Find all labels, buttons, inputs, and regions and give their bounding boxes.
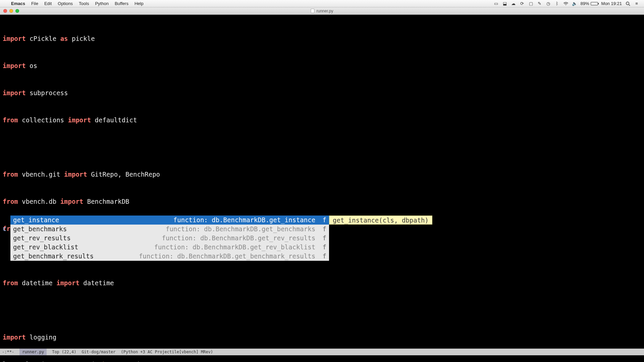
candidate-detail: function: db.BenchmarkDB.get_rev_blackli… [154, 243, 326, 252]
clock[interactable]: Mon 19:21 [601, 1, 622, 6]
modeline-position: Top (22,4) [52, 349, 76, 355]
kw-import: import [68, 116, 91, 124]
menu-python[interactable]: Python [92, 1, 111, 6]
close-window-button[interactable] [3, 9, 7, 13]
mod: logging [30, 334, 56, 341]
screen-share-icon[interactable]: ▭ [493, 1, 499, 6]
names: BenchmarkDB [87, 198, 129, 205]
expr: = logging.getLogger( [14, 361, 95, 362]
mod: collections [22, 116, 64, 124]
timemachine-icon[interactable]: ◷ [546, 1, 551, 6]
candidate-name: get_instance [13, 216, 59, 225]
kw-from: from [3, 116, 18, 124]
cloud-icon[interactable]: ☁ [511, 1, 516, 6]
menu-help[interactable]: Help [131, 1, 147, 6]
kw-from: from [3, 171, 18, 178]
modeline-vc: Git-dog/master [82, 349, 115, 355]
mod: datetime [22, 279, 53, 287]
wifi-icon[interactable] [563, 1, 569, 6]
autocomplete-list: get_instancefunction: db.BenchmarkDB.get… [10, 216, 329, 261]
autocomplete-item[interactable]: get_benchmarksfunction: db.BenchmarkDB.g… [10, 225, 329, 234]
modeline-buffer[interactable]: runner.py [19, 349, 47, 355]
app-name[interactable]: Emacs [8, 1, 28, 6]
menu-options[interactable]: Options [55, 1, 76, 6]
key-icon[interactable]: ✎ [537, 1, 542, 6]
zoom-window-button[interactable] [15, 9, 19, 13]
svg-line-1 [629, 4, 630, 6]
names: defaultdict [95, 116, 137, 124]
svg-point-0 [626, 2, 629, 4]
candidate-detail: function: db.BenchmarkDB.get_benchmark_r… [139, 252, 326, 261]
candidate-name: get_benchmarks [13, 225, 67, 234]
document-icon [311, 9, 314, 13]
names: datetime [83, 279, 114, 287]
mod: subprocess [30, 89, 68, 97]
mod: vbench.git [22, 171, 60, 178]
modeline-status: -:**- [2, 349, 14, 355]
signature-tooltip: get_instance(cls, dbpath) [329, 216, 432, 225]
emacs-modeline: -:**- runner.py Top (22,4) Git-dog/maste… [0, 349, 644, 355]
minimize-window-button[interactable] [9, 9, 13, 13]
code-fragment-behind-popup: c [3, 224, 6, 233]
autocomplete-item[interactable]: get_benchmark_resultsfunction: db.Benchm… [10, 252, 329, 261]
modeline-modes: (Python +3 AC Projectile[vbench] MRev) [121, 349, 213, 355]
autocomplete-item[interactable]: get_instancefunction: db.BenchmarkDB.get… [10, 216, 329, 225]
menu-file[interactable]: File [28, 1, 41, 6]
volume-icon[interactable]: 🔈 [572, 1, 577, 6]
menu-tools[interactable]: Tools [76, 1, 92, 6]
kw-import: import [56, 279, 79, 287]
battery-status[interactable]: 89% [581, 1, 598, 6]
mod: cPickle [30, 35, 56, 42]
kw-import: import [64, 171, 87, 178]
kw-import: import [60, 198, 84, 205]
candidate-name: get_benchmark_results [13, 252, 94, 261]
kw-as: as [60, 35, 68, 42]
menu-edit[interactable]: Edit [41, 1, 55, 6]
candidate-detail: function: db.BenchmarkDB.get_rev_results… [162, 234, 326, 243]
editor-area[interactable]: import cPickle as pickle import os impor… [0, 15, 644, 355]
mac-menubar: Emacs File Edit Options Tools Python Buf… [0, 0, 644, 7]
autocomplete-popup: get_instancefunction: db.BenchmarkDB.get… [10, 216, 432, 261]
notifications-icon[interactable]: ≡ [634, 1, 639, 6]
kw-import: import [3, 62, 26, 69]
menu-buffers[interactable]: Buffers [112, 1, 131, 6]
dropbox-icon[interactable]: ⬓ [502, 1, 507, 6]
var: log [3, 361, 14, 362]
kw-from: from [3, 279, 18, 287]
window-titlebar: runner.py [0, 7, 644, 15]
battery-icon [591, 2, 598, 5]
bluetooth-icon[interactable]: ᛒ [554, 1, 560, 6]
candidate-name: get_rev_blacklist [13, 243, 78, 252]
autocomplete-item[interactable]: get_rev_blacklistfunction: db.BenchmarkD… [10, 243, 329, 252]
sync-icon[interactable]: ⟳ [520, 1, 525, 6]
candidate-name: get_rev_results [13, 234, 71, 243]
names: GitRepo, BenchRepo [91, 171, 160, 178]
kw-from: from [3, 198, 18, 205]
alias: pickle [72, 35, 95, 42]
kw-import: import [3, 89, 26, 97]
kw-import: import [3, 35, 26, 42]
mod: os [30, 62, 37, 69]
candidate-detail: function: db.BenchmarkDB.get_benchmarks … [166, 225, 326, 234]
mod: vbench.db [22, 198, 56, 205]
candidate-detail: function: db.BenchmarkDB.get_instance f [173, 216, 326, 225]
kw-import: import [3, 334, 26, 341]
paren: ) [137, 361, 141, 362]
string: 'vb.runner' [95, 361, 137, 362]
window-title: runner.py [316, 9, 333, 13]
battery-percent: 89% [581, 1, 589, 6]
autocomplete-item[interactable]: get_rev_resultsfunction: db.BenchmarkDB.… [10, 234, 329, 243]
spotlight-icon[interactable] [625, 1, 631, 6]
display-icon[interactable]: ▢ [528, 1, 534, 6]
